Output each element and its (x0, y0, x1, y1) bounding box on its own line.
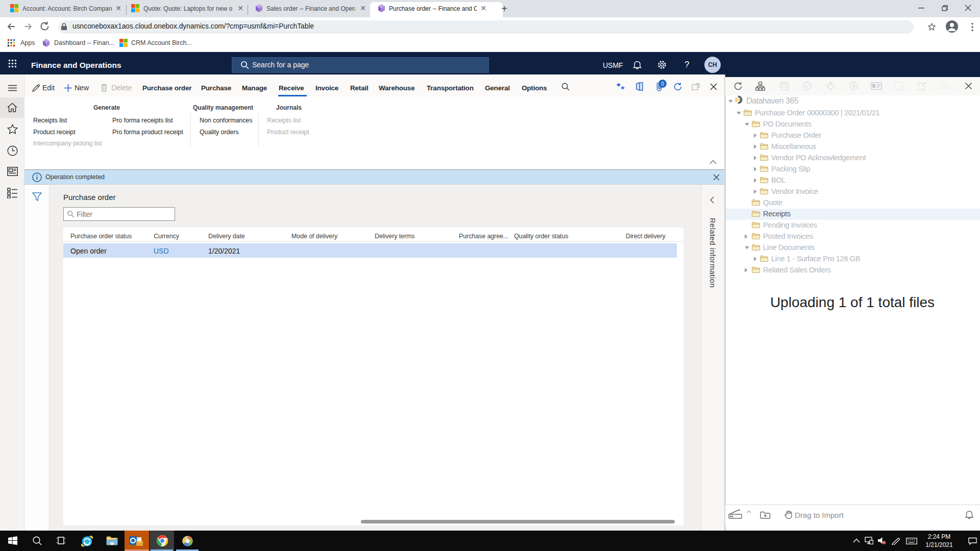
svg-text:0: 0 (661, 81, 664, 87)
